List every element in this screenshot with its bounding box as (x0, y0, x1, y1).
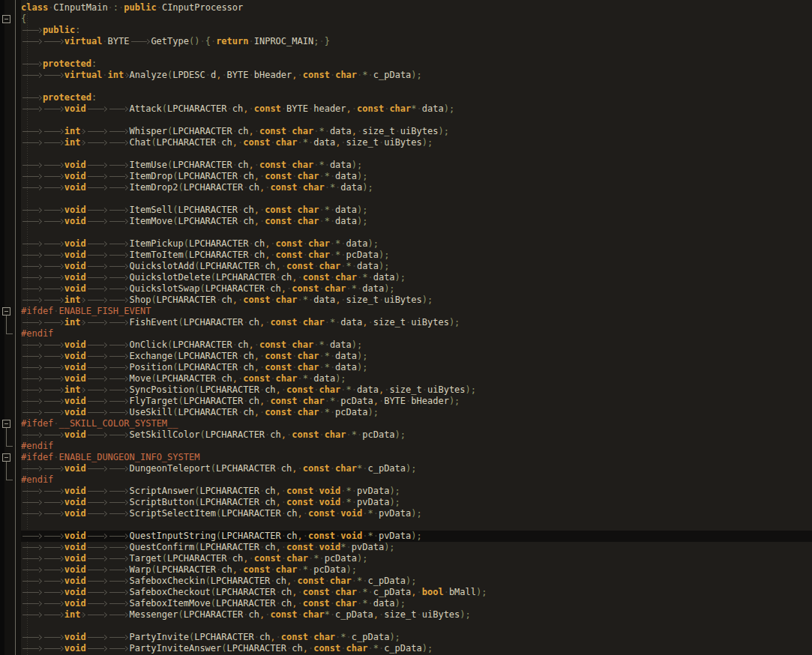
code-line[interactable]: voidSafeboxCheckout(LPCHARACTER·ch,·cons… (0, 587, 812, 598)
code-line[interactable] (0, 148, 812, 160)
whitespace-dot: · (232, 339, 238, 350)
fold-margin[interactable] (0, 0, 21, 655)
code-token: uiBytes (384, 295, 422, 305)
code-line[interactable]: #endif (0, 474, 812, 486)
code-token: char (325, 429, 346, 440)
code-line[interactable]: voidExchange(LPCHARACTER·ch,·const·char·… (0, 351, 812, 362)
code-line[interactable]: voidQuickslotDelete(LPCHARACTER·ch,·cons… (0, 272, 812, 283)
code-line[interactable]: voidMove(LPCHARACTER·ch,·const·char·*·da… (0, 373, 812, 384)
code-line[interactable] (0, 621, 812, 632)
code-line[interactable]: voidTarget(LPCHARACTER·ch,·const·char·*·… (0, 553, 812, 564)
code-line[interactable] (0, 81, 812, 92)
code-line[interactable]: voidFlyTarget(LPCHARACTER·ch,·const·char… (0, 396, 812, 407)
code-area[interactable]: class·CInputMain·:·public·CInputProcesso… (0, 2, 812, 654)
code-line[interactable]: virtual·intAnalyze(LPDESC·d,·BYTE·bHeade… (0, 70, 812, 81)
code-token: pcData (313, 564, 346, 575)
code-token: void (64, 171, 86, 181)
whitespace-dot: · (319, 553, 324, 564)
code-line[interactable]: voidPartyInvite(LPCHARACTER·ch,·const·ch… (0, 632, 812, 643)
code-line[interactable]: voidSetSkillColor(LPCHARACTER·ch,·const·… (0, 429, 812, 441)
tab-arrow-icon (108, 171, 130, 182)
tab-arrow-icon (21, 317, 43, 328)
code-token: ); (422, 295, 433, 305)
fold-collapse-icon[interactable] (2, 307, 10, 316)
code-line[interactable] (0, 227, 812, 238)
code-line[interactable]: { (0, 13, 812, 25)
code-line[interactable] (0, 115, 812, 126)
fold-collapse-icon[interactable] (2, 420, 10, 428)
code-line[interactable]: intMessenger(LPCHARACTER·ch,·const·char*… (0, 609, 812, 621)
tab-arrow-icon (21, 295, 43, 306)
code-token: ( (172, 205, 178, 215)
code-line[interactable]: voidPosition(LPCHARACTER·ch,·const·char·… (0, 362, 812, 373)
code-line[interactable] (0, 47, 812, 58)
tab-arrow-icon (43, 576, 64, 587)
code-line[interactable]: voidAttack(LPCHARACTER·ch,·const·BYTE·he… (0, 103, 812, 115)
code-token: , (270, 632, 275, 642)
code-token: char (276, 137, 298, 148)
code-line[interactable]: voidItemToItem(LPCHARACTER·ch,·const·cha… (0, 250, 812, 261)
code-token: { (205, 36, 211, 46)
tab-arrow-icon (86, 463, 108, 474)
code-line[interactable]: voidItemSell(LPCHARACTER·ch,·const·char·… (0, 205, 812, 216)
fold-collapse-icon[interactable] (2, 453, 10, 462)
code-line[interactable]: intShop(LPCHARACTER·ch,·const·char·*·dat… (0, 295, 812, 306)
code-line[interactable]: voidSafeboxItemMove(LPCHARACTER·ch,·cons… (0, 598, 812, 609)
code-token: INPROC_MAIN (254, 36, 313, 46)
code-line[interactable]: voidItemPickup(LPCHARACTER·ch,·const·cha… (0, 238, 812, 250)
code-token: LPCHARACTER (172, 339, 232, 350)
code-token: ch (221, 295, 232, 305)
code-line[interactable]: voidItemUse(LPCHARACTER·ch,·const·char·*… (0, 160, 812, 171)
tab-arrow-icon (86, 373, 108, 384)
code-line[interactable]: intWhisper(LPCHARACTER·ch,·const·char·*·… (0, 126, 812, 137)
code-line[interactable]: public: (0, 25, 812, 36)
code-line[interactable]: intFishEvent(LPCHARACTER·ch,·const·char·… (0, 317, 812, 328)
code-line[interactable]: voidUseSkill(LPCHARACTER·ch,·const·char·… (0, 407, 812, 418)
fold-collapse-icon[interactable] (2, 15, 10, 23)
tab-arrow-icon (21, 553, 43, 564)
code-token: LPCHARACTER (199, 261, 259, 271)
code-line-current[interactable]: voidQuestInputString(LPCHARACTER·ch,·con… (0, 531, 812, 542)
code-line[interactable]: voidScriptSelectItem(LPCHARACTER·ch,·con… (0, 508, 812, 519)
code-line[interactable]: #ifdef·ENABLE_FISH_EVENT (0, 306, 812, 317)
code-line[interactable]: voidWarp(LPCHARACTER·ch,·const·char·*·pc… (0, 564, 812, 576)
code-token: char (313, 632, 335, 642)
code-line[interactable]: voidScriptButton(LPCHARACTER·ch,·const·v… (0, 497, 812, 508)
code-line[interactable]: intChat(LPCHARACTER·ch,·const·char·*·dat… (0, 137, 812, 148)
tab-arrow-icon (21, 205, 43, 216)
code-line[interactable]: voidPartyInviteAnswer(LPCHARACTER·ch,·co… (0, 643, 812, 654)
code-line[interactable]: voidSafeboxCheckin(LPCHARACTER·ch,·const… (0, 576, 812, 587)
whitespace-dot: · (249, 70, 254, 80)
code-line[interactable]: #ifdef·__SKILL_COLOR_SYSTEM__ (0, 418, 812, 429)
code-token: pcData (362, 429, 394, 440)
code-line[interactable] (0, 519, 812, 531)
code-line[interactable]: voidScriptAnswer(LPCHARACTER·ch,·const·v… (0, 486, 812, 497)
code-line[interactable]: protected: (0, 92, 812, 103)
code-line[interactable]: virtual·BYTEGetType()·{·return·INPROC_MA… (0, 36, 812, 47)
tab-arrow-icon (86, 126, 108, 137)
code-line[interactable]: voidQuestConfirm(LPCHARACTER·ch,·const·v… (0, 542, 812, 553)
code-line[interactable]: #endif (0, 328, 812, 339)
whitespace-dot: · (319, 407, 324, 417)
whitespace-dot: · (298, 609, 303, 620)
code-line[interactable]: voidItemDrop(LPCHARACTER·ch,·const·char·… (0, 171, 812, 182)
code-line[interactable] (0, 193, 812, 205)
code-line[interactable]: voidQuickslotAdd(LPCHARACTER·ch,·const·c… (0, 261, 812, 272)
code-line[interactable]: #ifdef·ENABLE_DUNGEON_INFO_SYSTEM (0, 452, 812, 463)
tab-arrow-icon (86, 407, 108, 418)
code-token: ch (248, 182, 259, 193)
code-line[interactable]: voidDungeonTeleport(LPCHARACTER·ch,·cons… (0, 463, 812, 474)
code-line[interactable]: #endif (0, 441, 812, 452)
code-token: * (319, 339, 324, 350)
code-token: bool (422, 587, 444, 597)
code-line[interactable]: class·CInputMain·:·public·CInputProcesso… (0, 2, 812, 13)
code-token: void (64, 351, 86, 361)
code-line[interactable]: protected: (0, 58, 812, 70)
code-line[interactable]: voidItemDrop2(LPCHARACTER·ch,·const·char… (0, 182, 812, 193)
tab-arrow-icon (21, 598, 43, 609)
code-line[interactable]: voidItemMove(LPCHARACTER·ch,·const·char·… (0, 216, 812, 227)
tab-arrow-icon (86, 553, 108, 564)
code-line[interactable]: voidOnClick(LPCHARACTER·ch,·const·char·*… (0, 339, 812, 351)
code-line[interactable]: intSyncPosition(LPCHARACTER·ch,·const·ch… (0, 384, 812, 396)
code-line[interactable]: voidQuickslotSwap(LPCHARACTER·ch,·const·… (0, 283, 812, 295)
